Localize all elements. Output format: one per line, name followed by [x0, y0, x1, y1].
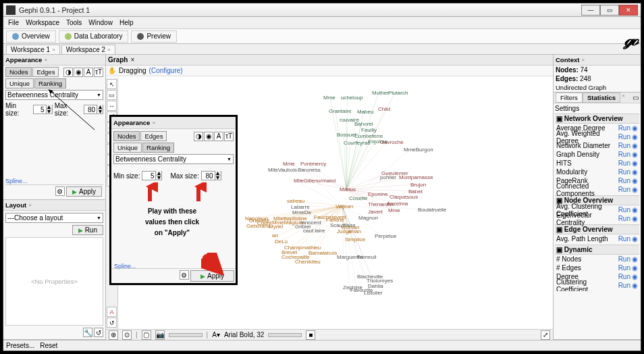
graph-node-label[interactable]: MlleVaubois	[268, 167, 297, 173]
preview-perspective-button[interactable]: Preview	[131, 30, 177, 43]
graph-node-label[interactable]: DeLo	[275, 238, 288, 245]
presets-link[interactable]: Presets...	[6, 342, 34, 349]
move-tool-icon[interactable]: ↔	[107, 101, 117, 111]
run-pagerank-button[interactable]: Run ◉	[618, 177, 638, 184]
hand-icon[interactable]: ✋	[108, 67, 116, 74]
graph-node-label[interactable]: Innocent	[300, 220, 321, 226]
graph-node-label[interactable]: an	[272, 232, 278, 238]
graph-node-label[interactable]: MmeDe	[292, 209, 311, 216]
panel-menu-icon[interactable]: ▭	[633, 94, 639, 101]
maximize-button[interactable]: ▭	[600, 5, 619, 16]
font-label[interactable]: Arial Bold, 32	[224, 331, 264, 338]
graph-node-label[interactable]: ucheloup	[341, 95, 363, 101]
graph-node-label[interactable]: sabeau	[287, 198, 304, 204]
graph-node-label[interactable]: Pontmercy	[300, 161, 326, 167]
close-icon[interactable]: ×	[130, 56, 134, 64]
apply-button[interactable]: ▶Apply	[66, 186, 102, 197]
graph-node-label[interactable]: Grantaire	[329, 108, 351, 114]
show-labels-icon[interactable]: A▾	[212, 331, 220, 338]
graph-node-label[interactable]: Brujon	[410, 182, 426, 188]
reset-colors-icon[interactable]: ↺	[107, 318, 117, 328]
graph-node-label[interactable]: Gavroche	[380, 139, 404, 145]
reset-zoom-icon[interactable]: ⊕	[109, 330, 118, 340]
graph-node-label[interactable]: Cosette	[349, 195, 368, 201]
label-size-slider[interactable]	[268, 333, 302, 337]
graph-node-label[interactable]: Perpetue	[375, 233, 396, 239]
graph-node-label[interactable]: MlleGillenormand	[294, 178, 336, 184]
layout-reset-icon[interactable]: ↺	[94, 328, 103, 337]
menu-tools[interactable]: Tools	[63, 18, 84, 27]
graph-node-label[interactable]: Eponine	[368, 191, 387, 197]
graph-node-label[interactable]: Bahorel	[354, 121, 373, 127]
run-clustering-button[interactable]: Run ◉	[618, 206, 638, 213]
statistics-tab[interactable]: Statistics	[583, 93, 620, 103]
layout-select[interactable]: ---Choose a layout▼	[5, 213, 103, 223]
filters-tab[interactable]: Filters	[556, 93, 583, 103]
graph-node-label[interactable]: Geborand	[246, 223, 271, 229]
close-icon[interactable]: ×	[44, 57, 47, 63]
options-icon[interactable]: ⚙	[55, 186, 65, 196]
ranking-mode-tab[interactable]: Ranking	[34, 78, 66, 88]
graph-node-label[interactable]: Javert	[368, 209, 383, 215]
run-avg-w-degree-button[interactable]: Run ◉	[618, 133, 638, 141]
graph-node-label[interactable]: Simplice	[345, 236, 365, 243]
label-size-icon[interactable]: τT	[94, 68, 103, 77]
screenshot-icon[interactable]: 📷	[155, 330, 165, 340]
color-transform-icon[interactable]: ◑	[63, 68, 73, 77]
spline-link[interactable]: Spline...	[5, 178, 103, 184]
close-icon[interactable]: ×	[52, 47, 55, 53]
expand-icon[interactable]: ⤢	[541, 330, 550, 340]
rect-select-tool-icon[interactable]: ▭	[107, 90, 117, 100]
close-icon[interactable]: ×	[28, 202, 32, 208]
label-text-icon[interactable]: A	[107, 307, 117, 317]
run-hits-button[interactable]: Run ◉	[618, 159, 638, 167]
edge-weight-slider[interactable]	[169, 333, 203, 337]
graph-node-label[interactable]: Mme	[388, 207, 400, 213]
workspace-1-tab[interactable]: Workspace 1×	[6, 45, 60, 54]
graph-node-label[interactable]: Scaufflaire	[330, 222, 356, 228]
graph-node-label[interactable]: Listolier	[364, 290, 383, 296]
run-avg-degree-button[interactable]: Run ◉	[618, 124, 638, 132]
graph-node-label[interactable]: Bamatabois	[308, 250, 337, 256]
overview-perspective-button[interactable]: Overview	[6, 30, 56, 43]
center-graph-icon[interactable]: ⊙	[122, 330, 132, 340]
label-color-icon[interactable]: ■	[306, 330, 315, 340]
data-laboratory-perspective-button[interactable]: Data Laboratory	[59, 30, 129, 43]
graph-node-label[interactable]: MmeBurgon	[404, 147, 433, 153]
pointer-tool-icon[interactable]: ↖	[107, 79, 117, 89]
graph-node-label[interactable]: Mme	[323, 95, 336, 101]
layout-presets-icon[interactable]: 🔧	[83, 328, 92, 337]
menu-file[interactable]: File	[5, 18, 22, 27]
run-dyn-clustering-button[interactable]: Run ◉	[618, 282, 638, 289]
menu-help[interactable]: Help	[117, 18, 136, 27]
close-button[interactable]: ✕	[619, 5, 638, 16]
graph-node-label[interactable]: Mother	[372, 90, 389, 96]
graph-node-label[interactable]: Bossuet	[337, 132, 356, 138]
size-transform-icon[interactable]: ◉	[74, 68, 83, 77]
nodes-tab[interactable]: Nodes	[5, 67, 32, 77]
run-eigenvector-button[interactable]: Run ◉	[618, 215, 638, 222]
unique-mode-tab[interactable]: Unique	[5, 78, 34, 88]
graph-node-label[interactable]: Valjean	[336, 203, 353, 209]
background-color-icon[interactable]: ▢	[142, 330, 151, 340]
label-color-icon[interactable]: A	[84, 68, 93, 77]
run-avg-path-button[interactable]: Run ◉	[618, 235, 638, 243]
graph-node-label[interactable]: Claquesous	[390, 194, 418, 200]
menu-workspace[interactable]: Workspace	[23, 18, 62, 27]
graph-node-label[interactable]: pohlier	[380, 174, 396, 180]
graph-node-label[interactable]: Child	[378, 106, 390, 112]
minimize-button[interactable]: —	[581, 5, 600, 16]
graph-node-label[interactable]: Chenildieu	[295, 259, 321, 265]
edges-tab[interactable]: Edges	[32, 67, 59, 77]
graph-node-label[interactable]: Mme	[283, 161, 295, 167]
workspace-2-tab[interactable]: Workspace 2×	[61, 45, 115, 54]
graph-node-label[interactable]: Baroness	[298, 167, 321, 173]
run-network-diameter-button[interactable]: Run ◉	[618, 142, 638, 149]
graph-node-label[interactable]: Napoleon	[245, 216, 268, 222]
run-connected-button[interactable]: Run ◉	[618, 186, 638, 193]
graph-node-label[interactable]: Mabeu	[357, 109, 373, 115]
run-dyn-degree-button[interactable]: Run ◉	[618, 273, 638, 280]
reset-link[interactable]: Reset	[40, 342, 57, 349]
graph-node-label[interactable]: Marius	[340, 186, 356, 193]
graph-node-label[interactable]: Anzelma	[387, 201, 408, 207]
